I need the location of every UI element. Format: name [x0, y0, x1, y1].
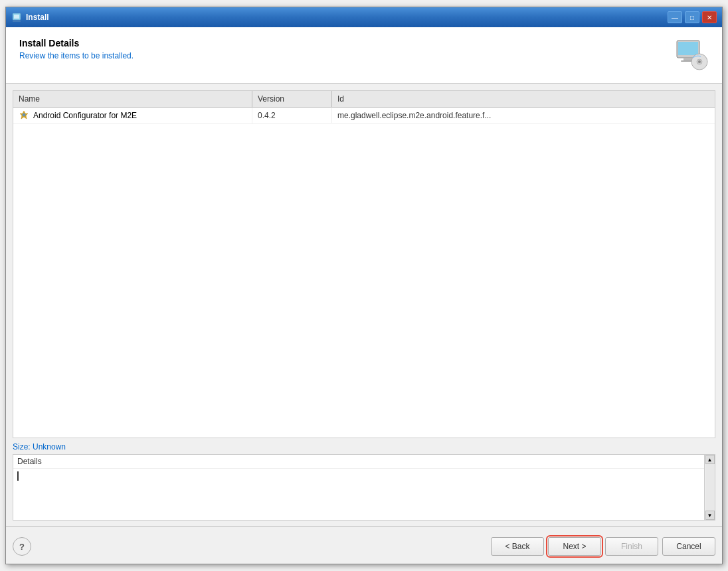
details-label: Details	[13, 455, 715, 469]
plugin-feature-icon	[19, 110, 29, 121]
title-bar: Install — □ ✕	[6, 7, 722, 27]
back-button[interactable]: < Back	[491, 537, 544, 556]
text-cursor	[17, 471, 19, 481]
close-button[interactable]: ✕	[702, 11, 717, 23]
dialog-subtitle: Review the items to be installed.	[19, 51, 674, 60]
minimize-button[interactable]: —	[668, 11, 682, 23]
install-dialog: Install — □ ✕ Install Details Review the…	[5, 7, 723, 564]
details-panel: Details ▲ ▼	[13, 454, 715, 521]
col-header-name: Name	[13, 91, 252, 107]
table-header: Name Version Id	[13, 91, 715, 108]
col-header-version: Version	[252, 91, 332, 107]
plugin-name: Android Configurator for M2E	[33, 111, 137, 120]
header-section: Install Details Review the items to be i…	[6, 27, 722, 84]
separator	[6, 526, 722, 527]
scroll-down-arrow[interactable]: ▼	[705, 511, 715, 520]
bottom-section: Size: Unknown Details ▲ ▼	[6, 438, 722, 521]
dialog-content: Install Details Review the items to be i…	[6, 27, 722, 564]
title-bar-buttons: — □ ✕	[668, 11, 717, 23]
details-content	[13, 469, 715, 485]
install-cd-icon	[674, 38, 709, 72]
finish-button[interactable]: Finish	[605, 537, 658, 556]
title-bar-app-icon	[11, 12, 22, 23]
header-text: Install Details Review the items to be i…	[19, 38, 674, 60]
scroll-track[interactable]	[705, 464, 715, 511]
size-label: Size: Unknown	[13, 442, 715, 451]
title-bar-left: Install	[11, 12, 49, 23]
svg-point-9	[698, 60, 701, 63]
svg-point-11	[23, 114, 26, 117]
title-bar-title: Install	[26, 13, 49, 22]
details-scrollbar[interactable]: ▲ ▼	[704, 455, 715, 520]
maximize-button[interactable]: □	[685, 11, 699, 23]
navigation-buttons: < Back Next > Finish Cancel	[491, 537, 715, 556]
help-button[interactable]: ?	[13, 537, 31, 556]
col-header-id: Id	[332, 91, 715, 107]
cell-version: 0.4.2	[252, 108, 332, 123]
table-row[interactable]: Android Configurator for M2E 0.4.2 me.gl…	[13, 108, 715, 124]
cell-name: Android Configurator for M2E	[13, 108, 252, 123]
next-button[interactable]: Next >	[548, 537, 601, 556]
svg-rect-1	[14, 15, 19, 19]
svg-rect-2	[13, 21, 21, 22]
scroll-up-arrow[interactable]: ▲	[705, 455, 715, 464]
cancel-button[interactable]: Cancel	[662, 537, 715, 556]
install-table: Name Version Id Android Configurator for…	[13, 90, 715, 438]
button-bar: ? < Back Next > Finish Cancel	[6, 532, 722, 564]
table-body: Android Configurator for M2E 0.4.2 me.gl…	[13, 108, 715, 438]
svg-rect-4	[678, 42, 698, 55]
cell-id: me.gladwell.eclipse.m2e.android.feature.…	[332, 108, 715, 123]
dialog-title: Install Details	[19, 38, 674, 48]
